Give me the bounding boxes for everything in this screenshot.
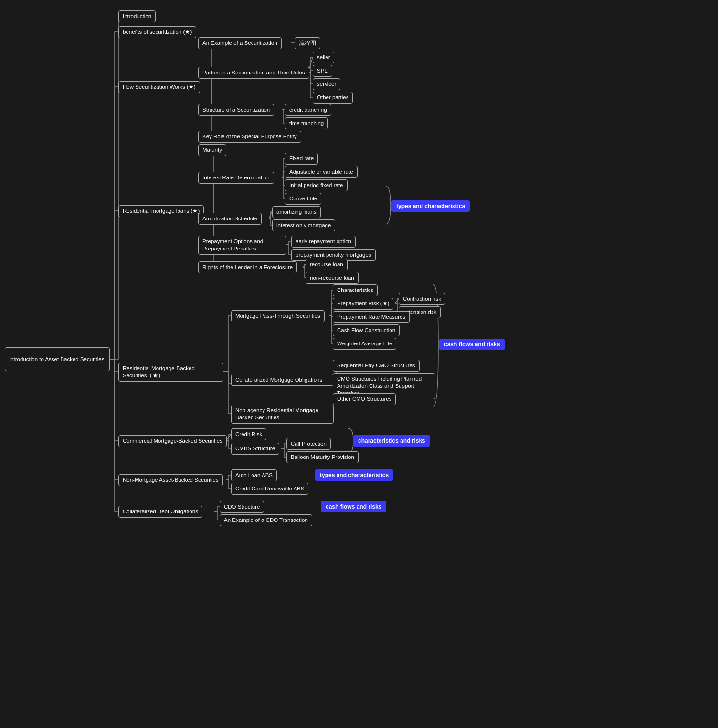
parties-node: Parties to a Securitization and Their Ro… — [198, 67, 309, 79]
seller-node: seller — [313, 52, 334, 63]
credit-tranching-node: credit tranching — [285, 104, 331, 116]
non-agency-mbs-node: Non-agency Residential Mortgage-Backed S… — [231, 405, 334, 424]
cdo-node: Collateralized Debt Obligations — [118, 506, 202, 518]
flowchart-node: 流程图 — [295, 37, 320, 49]
badge-cashflows: cash flows and risks — [439, 339, 505, 350]
spe-node: SPE — [313, 65, 332, 77]
badge-char-risks: characteristics and risks — [353, 435, 430, 447]
weighted-avg-life-node: Weighted Average Life — [333, 338, 396, 350]
interest-only-node: interest-only mortgage — [272, 219, 335, 231]
prepayment-rate-measures-node: Prepayment Rate Measures — [333, 311, 410, 323]
convertible-node: Convertible — [285, 193, 321, 205]
auto-loan-node: Auto Loan ABS — [231, 469, 277, 481]
time-tranching-node: time tranching — [285, 117, 328, 129]
intro-node: Introduction — [118, 10, 156, 22]
key-role-node: Key Role of the Special Purpose Entity — [198, 131, 301, 143]
credit-risk-node: Credit Risk — [231, 428, 266, 440]
how-sec-node: How Securitization Works (★) — [118, 81, 200, 93]
non-recourse-loan-node: non-recourse loan — [306, 272, 359, 284]
cash-flow-construction-node: Cash Flow Construction — [333, 324, 400, 336]
cmbs-node: Commercial Mortgage-Backed Securities — [118, 435, 227, 447]
prepayment-opts-node: Prepayment Options and Prepayment Penalt… — [198, 236, 286, 255]
res-mortgage-node: Residential mortgage loans (★) — [118, 205, 204, 217]
maturity-node: Maturity — [198, 144, 226, 156]
root-node: Introduction to Asset Backed Securities — [5, 347, 110, 371]
cdo-example-node: An Example of a CDO Transaction — [220, 514, 312, 526]
amortizing-loans-node: amortizing loans — [272, 206, 321, 218]
badge-cashflows2: cash flows and risks — [321, 501, 386, 512]
fixed-rate-node: Fixed rate — [285, 153, 318, 165]
other-cmo-node: Other CMO Structures — [333, 393, 396, 405]
benefits-node: benefits of securitization (★) — [118, 26, 196, 38]
badge-types1: types and characteristics — [391, 200, 470, 212]
servicer-node: servicer — [313, 78, 340, 90]
early-repayment-node: early repayment option — [291, 236, 356, 248]
cmbs-structure-node: CMBS Structure — [231, 443, 279, 455]
call-protection-node: Call Protection — [286, 438, 331, 450]
badge-types2: types and characteristics — [315, 469, 393, 481]
res-mbs-node: Residential Mortgage-Backed Securities（★… — [118, 363, 223, 382]
amort-sched-node: Amortization Schedule — [198, 213, 262, 225]
prepayment-risk-node: Prepayment Risk (★) — [333, 298, 393, 310]
characteristics-node: Characteristics — [333, 284, 378, 296]
interest-rate-node: Interest Rate Determination — [198, 172, 274, 184]
non-mortgage-abs-node: Non-Mortgage Asset-Backed Securities — [118, 474, 223, 486]
balloon-maturity-node: Balloon Maturity Provision — [286, 451, 359, 463]
example-sec-node: An Example of a Securitization — [198, 37, 282, 49]
other-parties-node: Other parties — [313, 92, 353, 104]
structure-sec-node: Structure of a Securitization — [198, 104, 274, 116]
contraction-risk-node: Contraction risk — [399, 293, 445, 305]
mortgage-pass-through-node: Mortgage Pass-Through Securities — [231, 310, 325, 322]
recourse-loan-node: recourse loan — [306, 259, 348, 270]
mindmap-container: Introduction to Asset Backed Securities … — [0, 0, 718, 728]
initial-period-node: Initial period fixed rate — [285, 179, 348, 191]
cdo-structure-node: CDO Structure — [220, 501, 264, 513]
cmo-node: Collateralized Mortgage Obligations — [231, 374, 334, 386]
adjustable-node: Adjustable or variable rate — [285, 166, 358, 178]
rights-lender-node: Rights of the Lender in a Foreclosure — [198, 261, 297, 273]
credit-card-node: Credit Card Receivable ABS — [231, 483, 308, 495]
sequential-pay-node: Sequential-Pay CMO Structures — [333, 360, 420, 372]
